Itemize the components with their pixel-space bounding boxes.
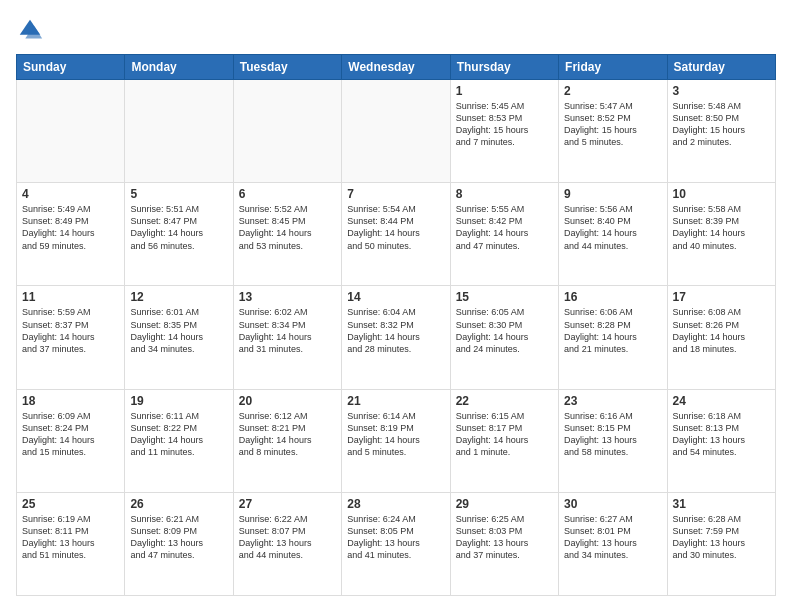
calendar-cell: 18Sunrise: 6:09 AM Sunset: 8:24 PM Dayli… <box>17 389 125 492</box>
calendar-cell: 14Sunrise: 6:04 AM Sunset: 8:32 PM Dayli… <box>342 286 450 389</box>
day-info: Sunrise: 5:45 AM Sunset: 8:53 PM Dayligh… <box>456 100 553 149</box>
calendar-cell: 3Sunrise: 5:48 AM Sunset: 8:50 PM Daylig… <box>667 80 775 183</box>
day-number: 7 <box>347 187 444 201</box>
day-info: Sunrise: 5:58 AM Sunset: 8:39 PM Dayligh… <box>673 203 770 252</box>
day-number: 27 <box>239 497 336 511</box>
calendar-week-1: 1Sunrise: 5:45 AM Sunset: 8:53 PM Daylig… <box>17 80 776 183</box>
day-number: 31 <box>673 497 770 511</box>
day-number: 24 <box>673 394 770 408</box>
calendar-cell: 5Sunrise: 5:51 AM Sunset: 8:47 PM Daylig… <box>125 183 233 286</box>
day-info: Sunrise: 5:51 AM Sunset: 8:47 PM Dayligh… <box>130 203 227 252</box>
day-number: 5 <box>130 187 227 201</box>
day-info: Sunrise: 6:04 AM Sunset: 8:32 PM Dayligh… <box>347 306 444 355</box>
calendar-cell: 19Sunrise: 6:11 AM Sunset: 8:22 PM Dayli… <box>125 389 233 492</box>
day-number: 4 <box>22 187 119 201</box>
day-info: Sunrise: 5:47 AM Sunset: 8:52 PM Dayligh… <box>564 100 661 149</box>
logo-icon <box>16 16 44 44</box>
calendar-cell: 13Sunrise: 6:02 AM Sunset: 8:34 PM Dayli… <box>233 286 341 389</box>
calendar-cell: 9Sunrise: 5:56 AM Sunset: 8:40 PM Daylig… <box>559 183 667 286</box>
day-info: Sunrise: 6:11 AM Sunset: 8:22 PM Dayligh… <box>130 410 227 459</box>
day-number: 29 <box>456 497 553 511</box>
calendar-cell: 15Sunrise: 6:05 AM Sunset: 8:30 PM Dayli… <box>450 286 558 389</box>
calendar-cell: 2Sunrise: 5:47 AM Sunset: 8:52 PM Daylig… <box>559 80 667 183</box>
calendar-header-sunday: Sunday <box>17 55 125 80</box>
day-info: Sunrise: 5:49 AM Sunset: 8:49 PM Dayligh… <box>22 203 119 252</box>
day-number: 2 <box>564 84 661 98</box>
day-number: 9 <box>564 187 661 201</box>
day-info: Sunrise: 6:28 AM Sunset: 7:59 PM Dayligh… <box>673 513 770 562</box>
day-number: 19 <box>130 394 227 408</box>
day-info: Sunrise: 6:08 AM Sunset: 8:26 PM Dayligh… <box>673 306 770 355</box>
calendar-cell: 30Sunrise: 6:27 AM Sunset: 8:01 PM Dayli… <box>559 492 667 595</box>
day-number: 14 <box>347 290 444 304</box>
day-number: 21 <box>347 394 444 408</box>
calendar-cell <box>125 80 233 183</box>
calendar-week-2: 4Sunrise: 5:49 AM Sunset: 8:49 PM Daylig… <box>17 183 776 286</box>
day-info: Sunrise: 6:05 AM Sunset: 8:30 PM Dayligh… <box>456 306 553 355</box>
calendar-header-monday: Monday <box>125 55 233 80</box>
calendar-cell: 16Sunrise: 6:06 AM Sunset: 8:28 PM Dayli… <box>559 286 667 389</box>
calendar-cell: 12Sunrise: 6:01 AM Sunset: 8:35 PM Dayli… <box>125 286 233 389</box>
day-number: 25 <box>22 497 119 511</box>
calendar-cell <box>233 80 341 183</box>
day-info: Sunrise: 6:16 AM Sunset: 8:15 PM Dayligh… <box>564 410 661 459</box>
calendar-cell: 6Sunrise: 5:52 AM Sunset: 8:45 PM Daylig… <box>233 183 341 286</box>
day-info: Sunrise: 5:48 AM Sunset: 8:50 PM Dayligh… <box>673 100 770 149</box>
day-info: Sunrise: 6:22 AM Sunset: 8:07 PM Dayligh… <box>239 513 336 562</box>
calendar-cell: 20Sunrise: 6:12 AM Sunset: 8:21 PM Dayli… <box>233 389 341 492</box>
page: SundayMondayTuesdayWednesdayThursdayFrid… <box>0 0 792 612</box>
calendar-cell: 26Sunrise: 6:21 AM Sunset: 8:09 PM Dayli… <box>125 492 233 595</box>
calendar-cell: 25Sunrise: 6:19 AM Sunset: 8:11 PM Dayli… <box>17 492 125 595</box>
day-info: Sunrise: 5:52 AM Sunset: 8:45 PM Dayligh… <box>239 203 336 252</box>
day-info: Sunrise: 6:25 AM Sunset: 8:03 PM Dayligh… <box>456 513 553 562</box>
day-number: 22 <box>456 394 553 408</box>
calendar-week-4: 18Sunrise: 6:09 AM Sunset: 8:24 PM Dayli… <box>17 389 776 492</box>
calendar-cell: 7Sunrise: 5:54 AM Sunset: 8:44 PM Daylig… <box>342 183 450 286</box>
day-number: 3 <box>673 84 770 98</box>
day-info: Sunrise: 5:54 AM Sunset: 8:44 PM Dayligh… <box>347 203 444 252</box>
calendar-header-wednesday: Wednesday <box>342 55 450 80</box>
day-number: 18 <box>22 394 119 408</box>
day-info: Sunrise: 6:02 AM Sunset: 8:34 PM Dayligh… <box>239 306 336 355</box>
calendar-cell: 28Sunrise: 6:24 AM Sunset: 8:05 PM Dayli… <box>342 492 450 595</box>
day-number: 17 <box>673 290 770 304</box>
calendar-header-row: SundayMondayTuesdayWednesdayThursdayFrid… <box>17 55 776 80</box>
calendar-header-saturday: Saturday <box>667 55 775 80</box>
day-info: Sunrise: 6:21 AM Sunset: 8:09 PM Dayligh… <box>130 513 227 562</box>
day-info: Sunrise: 5:56 AM Sunset: 8:40 PM Dayligh… <box>564 203 661 252</box>
day-info: Sunrise: 6:14 AM Sunset: 8:19 PM Dayligh… <box>347 410 444 459</box>
logo <box>16 16 48 44</box>
calendar-week-3: 11Sunrise: 5:59 AM Sunset: 8:37 PM Dayli… <box>17 286 776 389</box>
calendar-cell: 1Sunrise: 5:45 AM Sunset: 8:53 PM Daylig… <box>450 80 558 183</box>
calendar-cell <box>17 80 125 183</box>
calendar-cell: 29Sunrise: 6:25 AM Sunset: 8:03 PM Dayli… <box>450 492 558 595</box>
day-info: Sunrise: 6:19 AM Sunset: 8:11 PM Dayligh… <box>22 513 119 562</box>
day-number: 23 <box>564 394 661 408</box>
day-info: Sunrise: 6:06 AM Sunset: 8:28 PM Dayligh… <box>564 306 661 355</box>
day-info: Sunrise: 5:55 AM Sunset: 8:42 PM Dayligh… <box>456 203 553 252</box>
day-number: 12 <box>130 290 227 304</box>
day-info: Sunrise: 5:59 AM Sunset: 8:37 PM Dayligh… <box>22 306 119 355</box>
day-number: 16 <box>564 290 661 304</box>
calendar-header-thursday: Thursday <box>450 55 558 80</box>
calendar-cell: 8Sunrise: 5:55 AM Sunset: 8:42 PM Daylig… <box>450 183 558 286</box>
day-number: 28 <box>347 497 444 511</box>
day-number: 8 <box>456 187 553 201</box>
day-number: 13 <box>239 290 336 304</box>
day-number: 1 <box>456 84 553 98</box>
day-info: Sunrise: 6:18 AM Sunset: 8:13 PM Dayligh… <box>673 410 770 459</box>
calendar-cell: 31Sunrise: 6:28 AM Sunset: 7:59 PM Dayli… <box>667 492 775 595</box>
day-number: 26 <box>130 497 227 511</box>
header <box>16 16 776 44</box>
calendar-cell: 4Sunrise: 5:49 AM Sunset: 8:49 PM Daylig… <box>17 183 125 286</box>
calendar-cell: 10Sunrise: 5:58 AM Sunset: 8:39 PM Dayli… <box>667 183 775 286</box>
calendar-cell: 22Sunrise: 6:15 AM Sunset: 8:17 PM Dayli… <box>450 389 558 492</box>
calendar-cell: 11Sunrise: 5:59 AM Sunset: 8:37 PM Dayli… <box>17 286 125 389</box>
day-number: 30 <box>564 497 661 511</box>
calendar-cell: 24Sunrise: 6:18 AM Sunset: 8:13 PM Dayli… <box>667 389 775 492</box>
day-number: 11 <box>22 290 119 304</box>
day-info: Sunrise: 6:01 AM Sunset: 8:35 PM Dayligh… <box>130 306 227 355</box>
calendar-cell <box>342 80 450 183</box>
day-info: Sunrise: 6:09 AM Sunset: 8:24 PM Dayligh… <box>22 410 119 459</box>
calendar-cell: 21Sunrise: 6:14 AM Sunset: 8:19 PM Dayli… <box>342 389 450 492</box>
